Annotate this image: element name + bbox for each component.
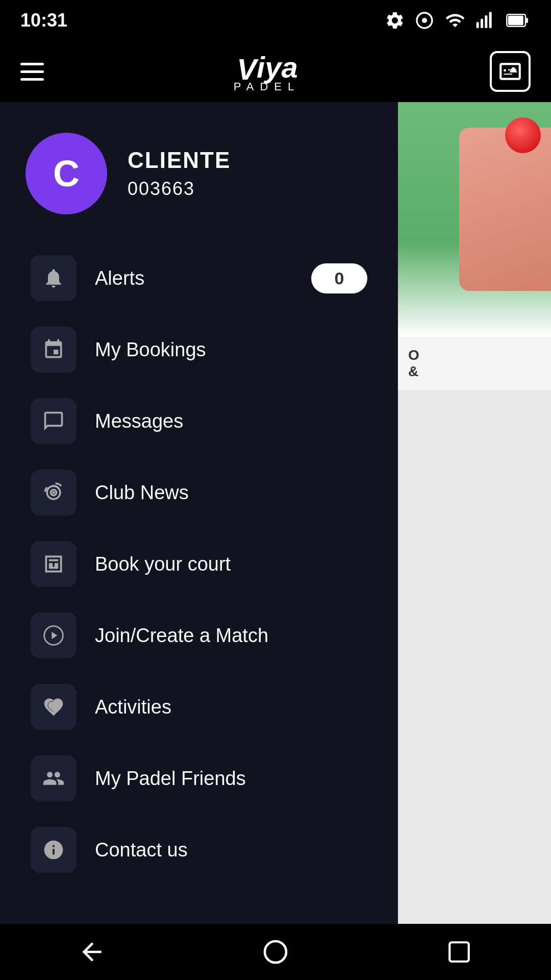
- club-news-icon-box: [31, 470, 77, 516]
- svg-rect-1: [477, 22, 479, 28]
- right-strip-text-area: O&: [398, 337, 551, 390]
- back-button[interactable]: [71, 932, 112, 972]
- svg-rect-7: [525, 18, 528, 23]
- contact-us-label: Contact us: [95, 839, 188, 861]
- header: V i y a PADEL: [0, 41, 551, 102]
- svg-point-0: [422, 18, 427, 23]
- right-strip-text: O&: [408, 347, 541, 380]
- bookings-icon-box: [31, 327, 77, 373]
- alerts-count: 0: [335, 268, 344, 288]
- club-news-label: Club News: [95, 482, 189, 504]
- activities-label: Activities: [95, 696, 171, 718]
- friends-icon: [42, 767, 65, 790]
- svg-rect-6: [508, 16, 523, 25]
- alerts-badge: 0: [311, 263, 367, 293]
- wifi-icon: [444, 10, 466, 31]
- menu-item-my-bookings[interactable]: My Bookings: [26, 316, 372, 383]
- svg-point-9: [52, 491, 55, 494]
- message-icon: [42, 410, 65, 432]
- padel-friends-icon-box: [31, 755, 77, 801]
- right-strip-image: [398, 102, 551, 337]
- menu-item-alerts[interactable]: Alerts 0: [26, 245, 372, 311]
- target-icon: [414, 10, 435, 31]
- svg-point-12: [265, 941, 286, 963]
- bottom-nav: [0, 924, 551, 980]
- svg-rect-4: [489, 12, 492, 28]
- back-icon: [78, 938, 106, 966]
- svg-rect-13: [449, 942, 469, 962]
- hamburger-menu[interactable]: [20, 63, 44, 81]
- calendar-icon: [42, 338, 65, 361]
- menu-item-activities[interactable]: Activities: [26, 674, 372, 740]
- logo: V i y a PADEL: [234, 50, 300, 93]
- status-icons: [385, 10, 531, 31]
- menu-list: Alerts 0 My Bookings: [26, 245, 372, 883]
- menu-item-book-court[interactable]: Book your court: [26, 531, 372, 597]
- menu-item-join-match[interactable]: Join/Create a Match: [26, 602, 372, 669]
- home-icon: [261, 938, 290, 966]
- menu-item-messages[interactable]: Messages: [26, 388, 372, 454]
- battery-icon: [505, 10, 531, 31]
- right-strip: O&: [398, 102, 551, 924]
- activities-icon-box: [31, 684, 77, 730]
- broadcast-icon: [42, 481, 65, 504]
- messages-icon-box: [31, 398, 77, 444]
- menu-item-padel-friends[interactable]: My Padel Friends: [26, 745, 372, 812]
- ball-decoration: [505, 117, 541, 153]
- messages-label: Messages: [95, 410, 183, 432]
- drawer: C CLIENTE 003663 Alerts 0: [0, 102, 398, 924]
- bell-icon: [42, 267, 65, 289]
- user-name: CLIENTE: [128, 148, 231, 173]
- padel-friends-label: My Padel Friends: [95, 768, 246, 790]
- user-id: 003663: [128, 178, 231, 200]
- recent-icon: [446, 939, 472, 965]
- book-court-icon-box: [31, 541, 77, 587]
- alerts-badge-area: 0: [311, 263, 367, 293]
- user-info: CLIENTE 003663: [128, 148, 231, 200]
- id-card-icon: [497, 59, 523, 84]
- menu-item-club-news[interactable]: Club News: [26, 459, 372, 526]
- heart-icon: [42, 696, 65, 718]
- info-icon: [42, 839, 65, 861]
- logo-top3: y: [265, 50, 280, 84]
- bookings-label: My Bookings: [95, 339, 206, 361]
- svg-marker-11: [52, 632, 57, 640]
- status-bar: 10:31: [0, 0, 551, 41]
- play-icon: [42, 624, 65, 647]
- figure-decoration: [459, 128, 551, 291]
- join-match-label: Join/Create a Match: [95, 625, 268, 647]
- alerts-label: Alerts: [95, 267, 144, 289]
- logo-bottom: PADEL: [234, 80, 300, 93]
- avatar: C: [26, 133, 107, 214]
- logo-top4: a: [281, 50, 296, 84]
- contact-us-icon-box: [31, 827, 77, 873]
- main-content: C CLIENTE 003663 Alerts 0: [0, 102, 551, 924]
- settings-icon: [385, 10, 405, 31]
- recent-button[interactable]: [439, 932, 480, 972]
- svg-rect-3: [485, 15, 487, 28]
- logo-top2: i: [257, 50, 264, 84]
- svg-rect-2: [481, 19, 483, 28]
- signal-icon: [475, 10, 496, 31]
- user-profile: C CLIENTE 003663: [26, 133, 372, 214]
- home-button[interactable]: [255, 932, 296, 972]
- alerts-icon-box: [31, 255, 77, 301]
- menu-item-contact-us[interactable]: Contact us: [26, 817, 372, 883]
- book-court-label: Book your court: [95, 553, 231, 575]
- join-match-icon-box: [31, 612, 77, 658]
- id-card-button[interactable]: [490, 51, 531, 92]
- court-icon: [42, 553, 65, 575]
- status-time: 10:31: [20, 10, 67, 31]
